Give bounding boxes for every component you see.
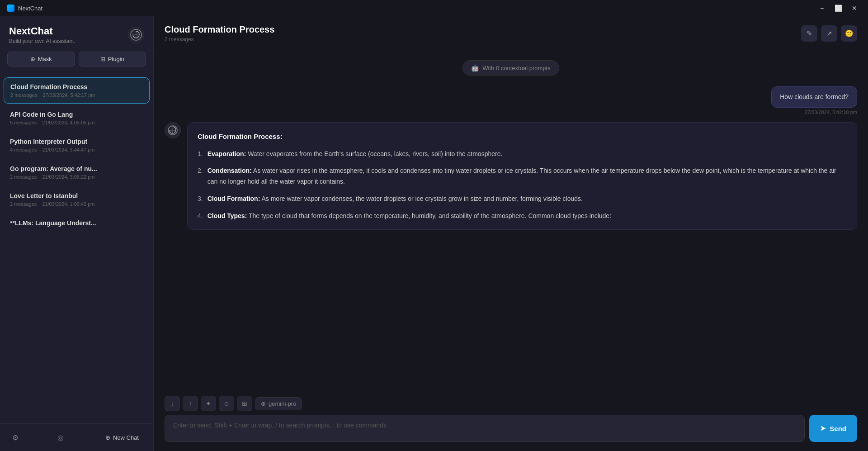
chat-item-title: Python Interpreter Output [10,138,143,145]
chat-main: Cloud Formation Process 2 messages ✎ ↗ 🙂 [154,16,868,451]
chat-item-meta: 5 messages 21/03/2024, 4:05:05 pm [10,120,143,125]
chat-item-timestamp: 21/03/2024, 4:05:05 pm [42,120,94,125]
list-text-1: Evaporation: Water evaporates from the E… [208,149,503,160]
window-controls: − ⬜ ✕ [816,2,861,14]
model-selector[interactable]: ⊕ gemini-pro [255,397,302,410]
messages-area: 🤖 With 0 contextual prompts How clouds a… [154,51,868,391]
face-icon: ☺ [223,400,230,407]
chat-item-title: **LLMs: Language Underst... [10,219,143,227]
face-button[interactable]: ☺ [219,396,234,411]
user-message-text: How clouds are formed? [780,93,849,100]
brand-info: NextChat Build your own AI assistant. [9,25,75,44]
chat-list-item-1[interactable]: Cloud Formation Process 2 messages 27/03… [4,77,150,104]
list-num-4: 4. [198,211,203,222]
chat-header-info: Cloud Formation Process 2 messages [165,24,274,43]
edit-icon: ✎ [807,29,812,38]
chat-list-item-2[interactable]: API Code in Go Lang 5 messages 21/03/202… [4,105,150,131]
titlebar: NextChat − ⬜ ✕ [0,0,868,16]
chat-item-meta: 2 messages 21/03/2024, 1:09:40 pm [10,201,143,207]
send-icon: ➤ [820,424,826,432]
plugin-label: Plugin [108,56,124,62]
maximize-button[interactable]: ⬜ [832,2,844,14]
list-detail-3: As more water vapor condenses, the water… [260,195,583,202]
chat-header: Cloud Formation Process 2 messages ✎ ↗ 🙂 [154,16,868,51]
context-pill[interactable]: 🤖 With 0 contextual prompts [462,60,559,76]
chat-item-timestamp: 21/03/2024, 3:06:22 pm [42,174,94,180]
sidebar-actions: ⊕ Mask ⊞ Plugin [0,52,153,74]
chat-item-meta: 4 messages 21/03/2024, 3:44:47 pm [10,147,143,152]
list-num-2: 2. [198,166,203,187]
share-icon: ↗ [826,29,832,38]
chat-list-item-6[interactable]: **LLMs: Language Underst... [4,214,150,234]
app-logo-icon [7,5,14,12]
brand-avatar [128,27,144,43]
sidebar: NextChat Build your own AI assistant. ⊕ … [0,16,154,451]
list-bold-3: Cloud Formation: [208,195,260,202]
scroll-down-button[interactable]: ↓ [165,396,180,411]
chat-item-timestamp: 27/03/2024, 5:42:17 pm [42,92,95,98]
chat-item-count: 5 messages [10,120,37,125]
mask-label: Mask [38,56,52,62]
edit-chat-button[interactable]: ✎ [801,25,817,42]
chat-list-item-5[interactable]: Love Letter to Istanbul 2 messages 21/03… [4,187,150,212]
user-message: How clouds are formed? 27/03/2024, 5:42:… [165,86,857,115]
upload-icon: ↑ [189,400,192,407]
chat-title: Cloud Formation Process [165,24,274,35]
list-num-3: 3. [198,194,203,204]
list-text-4: Cloud Types: The type of cloud that form… [208,211,611,222]
chat-item-title: Cloud Formation Process [10,83,143,90]
ai-avatar-icon [167,125,178,136]
chat-item-timestamp: 21/03/2024, 3:44:47 pm [42,147,94,152]
list-num-1: 1. [198,149,203,160]
chat-list-item-4[interactable]: Go program: Average of nu... 2 messages … [4,160,150,185]
user-message-timestamp: 27/03/2024, 5:42:10 pm [805,109,857,115]
scroll-down-icon: ↓ [171,400,174,407]
chat-item-count: 2 messages [10,201,37,207]
list-text-3: Cloud Formation: As more water vapor con… [208,194,583,204]
new-chat-button[interactable]: ⊕ New Chat [98,431,146,445]
mask-button[interactable]: ⊕ Mask [7,52,75,66]
chat-header-actions: ✎ ↗ 🙂 [801,25,857,42]
ai-list-item-4: 4. Cloud Types: The type of cloud that f… [198,211,847,222]
chat-item-timestamp: 21/03/2024, 1:09:40 pm [42,201,94,207]
ai-list-item-1: 1. Evaporation: Water evaporates from th… [198,149,847,160]
image-button[interactable]: ⊞ [237,396,252,411]
github-button[interactable]: ◎ [52,429,69,446]
settings-button[interactable]: ⚙ [7,429,24,446]
ai-response-content: Cloud Formation Process: 1. Evaporation:… [187,122,857,230]
openai-logo-icon [130,28,142,41]
chat-list-item-3[interactable]: Python Interpreter Output 4 messages 21/… [4,133,150,158]
app-body: NextChat Build your own AI assistant. ⊕ … [0,16,868,451]
chat-item-count: 4 messages [10,147,37,152]
sidebar-footer: ⚙ ◎ ⊕ New Chat [0,423,153,451]
context-pill-container: 🤖 With 0 contextual prompts [165,60,857,76]
sidebar-subtitle: Build your own AI assistant. [9,38,75,44]
ai-list-item-3: 3. Cloud Formation: As more water vapor … [198,194,847,204]
context-face-icon: 🤖 [471,64,479,71]
upload-button[interactable]: ↑ [183,396,198,411]
model-badge-label: gemini-pro [269,400,296,407]
share-chat-button[interactable]: ↗ [821,25,837,42]
send-button[interactable]: ➤ Send [809,415,857,442]
plus-icon: ⊕ [105,434,110,441]
github-icon: ◎ [57,433,64,442]
sidebar-header: NextChat Build your own AI assistant. [0,16,153,52]
input-toolbar: ↓ ↑ ✦ ☺ ⊞ ⊕ gemini-pro [154,391,868,415]
minimize-button[interactable]: − [816,2,828,14]
magic-button[interactable]: ✦ [201,396,216,411]
list-detail-2: As water vapor rises in the atmosphere, … [208,167,836,185]
ai-response-list: 1. Evaporation: Water evaporates from th… [198,149,847,222]
list-bold-2: Condensation: [208,167,252,174]
chat-subtitle: 2 messages [165,36,274,43]
close-button[interactable]: ✕ [848,2,861,14]
send-label: Send [830,425,846,432]
settings-icon: ⚙ [12,433,19,442]
image-icon: ⊞ [242,400,247,407]
ai-avatar [165,122,181,138]
list-detail-1: Water evaporates from the Earth's surfac… [246,150,502,157]
chat-item-meta: 2 messages 27/03/2024, 5:42:17 pm [10,92,143,98]
plugin-button[interactable]: ⊞ Plugin [79,52,146,66]
message-input[interactable] [165,415,805,442]
new-chat-label: New Chat [113,434,139,441]
input-area: ➤ Send [154,415,868,451]
